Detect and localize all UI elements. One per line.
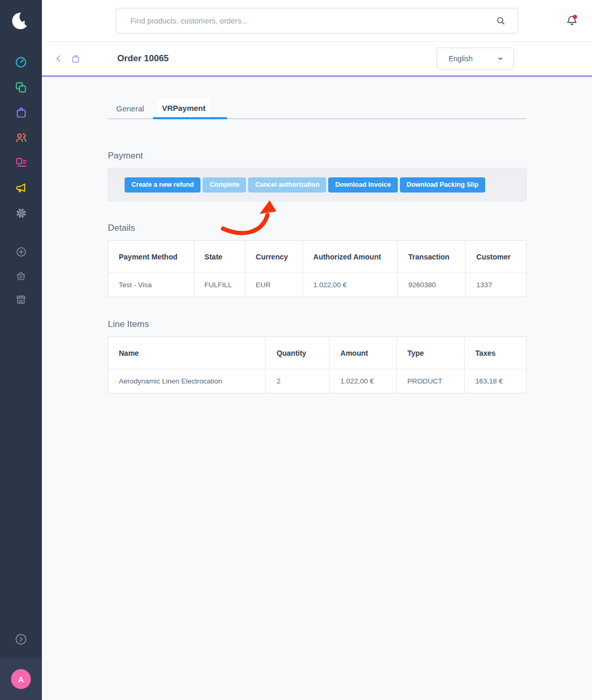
payment-method-cell: Test - Visa (108, 273, 194, 297)
currency-cell: EUR (245, 273, 303, 297)
sidebar-item-customers[interactable] (8, 125, 33, 150)
shopping-bag-icon (15, 106, 28, 119)
table-row: Test - Visa FULFILL EUR 1.022,00 € 92603… (108, 273, 527, 297)
details-section-heading: Details (108, 223, 527, 233)
item-taxes-cell: 163,18 € (465, 369, 527, 393)
notification-dot (573, 15, 577, 19)
pages-icon (15, 156, 28, 170)
sidebar-item-dashboard[interactable] (8, 50, 33, 75)
column-header: Quantity (266, 337, 330, 369)
create-refund-button[interactable]: Create a new refund (125, 177, 200, 193)
smartbar: Order 10065 English (42, 42, 592, 77)
plus-circle-icon (15, 246, 27, 258)
column-header: Type (397, 337, 465, 369)
topbar (42, 0, 592, 42)
column-header: Payment Method (108, 241, 194, 273)
storefront-icon (15, 293, 27, 306)
tab-vrpayment-label: VRPayment (158, 98, 209, 118)
chevron-down-icon (496, 54, 505, 63)
state-cell: FULFILL (194, 273, 245, 297)
line-items-section-heading: Line Items (108, 319, 527, 330)
sidebar-item-settings[interactable] (8, 200, 33, 225)
details-table: Payment Method State Currency Authorized… (108, 240, 527, 297)
customer-cell: 1337 (466, 273, 527, 297)
notifications-button[interactable] (565, 14, 578, 27)
transaction-cell: 9260380 (398, 273, 466, 297)
search-input[interactable] (116, 17, 495, 25)
order-detail-content: General VRPayment Payment Create a new r… (42, 77, 592, 700)
sidebar-item-catalogues[interactable] (8, 75, 33, 100)
column-header: Transaction (398, 241, 466, 273)
gear-icon (15, 207, 28, 220)
line-items-table: Name Quantity Amount Type Taxes Aerodyna… (108, 336, 527, 393)
tab-bar: General VRPayment (108, 100, 527, 119)
tab-vrpayment[interactable]: VRPayment (158, 98, 209, 118)
column-header: Name (108, 337, 266, 369)
table-row: Aerodynamic Linen Electrocation 2 1.022,… (108, 369, 527, 393)
column-header: Amount (330, 337, 397, 369)
details-table-header-row: Payment Method State Currency Authorized… (108, 241, 527, 273)
authorized-amount-cell: 1.022,00 € (303, 273, 398, 297)
shopware-logo[interactable] (0, 0, 42, 42)
back-button[interactable] (53, 53, 64, 64)
speedometer-icon (14, 55, 28, 69)
page-title: Order 10065 (117, 53, 169, 64)
item-quantity-cell: 2 (266, 369, 330, 393)
sidebar-item-orders[interactable] (8, 100, 33, 125)
sidebar-user-area: A (0, 658, 42, 700)
order-module-icon (71, 54, 81, 64)
shopware-logo-icon (10, 10, 32, 32)
megaphone-icon (14, 181, 28, 195)
shopping-bag-icon (71, 54, 81, 64)
sidebar-item-sales-channel-headless[interactable] (8, 264, 33, 288)
avatar[interactable]: A (11, 669, 31, 689)
bell-icon (565, 14, 578, 27)
expand-sidebar-button[interactable] (8, 627, 33, 652)
global-search (116, 8, 518, 33)
sidebar-main-nav (8, 50, 33, 225)
cancel-authorization-button[interactable]: Cancel authorization (248, 177, 326, 193)
payment-section-heading: Payment (108, 151, 527, 161)
add-sales-channel-button[interactable] (8, 240, 33, 264)
sidebar-item-content[interactable] (8, 150, 33, 175)
column-header: State (194, 241, 245, 273)
sidebar-item-marketing[interactable] (8, 175, 33, 200)
sidebar-item-sales-channel-storefront[interactable] (8, 288, 33, 312)
column-header: Taxes (465, 337, 527, 369)
item-amount-cell: 1.022,00 € (330, 369, 397, 393)
basket-icon (15, 269, 27, 282)
column-header: Currency (245, 241, 303, 273)
payment-actions-panel: Create a new refund Complete Cancel auth… (108, 168, 527, 201)
column-header: Customer (466, 241, 527, 273)
chevron-left-icon (53, 53, 64, 64)
annotation-arrow (220, 199, 283, 240)
download-packing-slip-button[interactable]: Download Packing Slip (400, 177, 486, 193)
main-area: Order 10065 English General VRPayment Pa… (42, 0, 592, 700)
users-icon (14, 131, 28, 144)
tab-general[interactable]: General (116, 104, 144, 118)
sidebar-sales-channels (8, 240, 33, 312)
language-select-value: English (449, 54, 496, 63)
item-name-cell: Aerodynamic Linen Electrocation (108, 369, 266, 393)
chevron-right-circle-icon (14, 633, 28, 646)
sidebar: A (0, 0, 42, 700)
download-invoice-button[interactable]: Download Invoice (328, 177, 397, 193)
language-select[interactable]: English (437, 48, 514, 70)
item-type-cell: PRODUCT (397, 369, 465, 393)
avatar-letter: A (18, 675, 24, 684)
boxes-icon (14, 81, 28, 94)
line-items-table-header-row: Name Quantity Amount Type Taxes (108, 337, 527, 369)
column-header: Authorized Amount (303, 241, 398, 273)
search-icon[interactable] (495, 15, 506, 26)
complete-button[interactable]: Complete (203, 177, 246, 193)
